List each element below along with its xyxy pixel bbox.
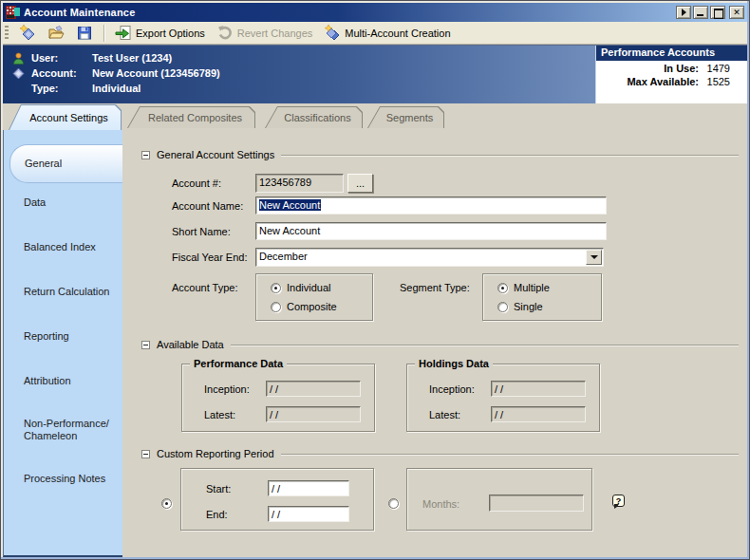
available-data-section-header: Available Data	[141, 339, 739, 350]
segment-type-single-option[interactable]: Single	[497, 301, 543, 312]
start-date-input[interactable]: / /	[268, 480, 349, 496]
account-name-label: Account Name:	[172, 200, 253, 212]
max-available-label: Max Available:	[627, 76, 699, 87]
holdings-data-group: Holdings Data Inception: / / Latest: / /	[406, 364, 600, 432]
new-account-button[interactable]	[14, 22, 41, 44]
minimize-button[interactable]	[693, 6, 708, 19]
sidebar-item-return-calculation[interactable]: Return Calculation	[4, 278, 122, 305]
export-icon	[115, 25, 132, 41]
account-number-label: Account #:	[172, 177, 253, 189]
revert-changes-label: Revert Changes	[237, 28, 313, 39]
end-date-input[interactable]: / /	[268, 506, 349, 522]
holdings-latest-label: Latest:	[429, 409, 460, 420]
multi-account-creation-label: Multi-Account Creation	[345, 28, 450, 39]
months-radio[interactable]	[388, 498, 399, 509]
perf-latest-field: / /	[266, 406, 361, 422]
user-value: Test User (1234)	[92, 52, 172, 64]
fiscal-year-end-dropdown[interactable]: December	[255, 248, 604, 267]
type-label: Type:	[31, 83, 92, 94]
account-label: Account:	[31, 67, 92, 79]
sidebar-item-non-performance-chameleon[interactable]: Non-Performance/ Chameleon	[4, 410, 122, 450]
fiscal-year-end-label: Fiscal Year End:	[172, 252, 253, 263]
save-button[interactable]	[71, 22, 98, 44]
revert-changes-button[interactable]: Revert Changes	[212, 22, 318, 44]
short-name-input[interactable]: New Account	[255, 222, 607, 240]
months-label: Months:	[422, 498, 459, 510]
close-button[interactable]: ✕	[729, 6, 744, 19]
sidebar-item-attribution[interactable]: Attribution	[4, 367, 122, 394]
performance-accounts-title: Performance Accounts	[596, 46, 747, 61]
account-name-input[interactable]: New Account	[255, 196, 607, 215]
segment-type-group: Multiple Single	[482, 273, 602, 321]
tab-classifications[interactable]: Classifications	[265, 106, 363, 128]
individual-radio[interactable]	[271, 283, 281, 293]
max-available-value: 1525	[705, 76, 730, 87]
section-divider	[231, 345, 739, 346]
multiple-radio[interactable]	[497, 283, 508, 293]
sidebar-item-data[interactable]: Data	[4, 189, 122, 215]
composite-radio[interactable]	[271, 302, 281, 312]
export-options-label: Export Options	[136, 28, 205, 39]
sidebar-item-general[interactable]: General	[9, 144, 122, 183]
holdings-latest-field: / /	[491, 406, 586, 422]
end-label: End:	[206, 509, 228, 520]
sidebar: General Data Balanced Index Return Calcu…	[3, 130, 122, 557]
account-type-group: Individual Composite	[255, 273, 373, 321]
perf-latest-label: Latest:	[204, 409, 235, 420]
months-group: Months:	[406, 468, 592, 531]
sidebar-item-reporting[interactable]: Reporting	[4, 323, 122, 349]
segment-type-label: Segment Type:	[400, 282, 481, 293]
single-label: Single	[514, 301, 543, 312]
open-folder-icon	[47, 25, 65, 41]
in-use-label: In Use:	[664, 63, 699, 74]
tab-related-composites[interactable]: Related Composites	[127, 106, 255, 128]
new-account-icon	[19, 25, 36, 41]
account-maintenance-window: Account Maintenance ✕	[0, 0, 750, 560]
holdings-inception-field: / /	[491, 381, 586, 397]
composite-label: Composite	[287, 301, 337, 312]
holdings-data-title: Holdings Data	[415, 358, 493, 369]
holdings-inception-label: Inception:	[429, 383, 475, 395]
perf-inception-field: / /	[266, 381, 361, 397]
window-menu-button[interactable]	[676, 6, 691, 19]
tab-strip: Account Settings Related Composites Clas…	[3, 103, 747, 130]
account-number-browse-button[interactable]: ...	[347, 174, 373, 193]
segment-type-multiple-option[interactable]: Multiple	[497, 282, 550, 293]
app-icon	[6, 6, 20, 19]
collapse-available-data-icon[interactable]	[141, 341, 150, 349]
collapse-custom-reporting-icon[interactable]	[141, 450, 150, 458]
dropdown-arrow-icon[interactable]	[586, 250, 602, 265]
tab-account-settings[interactable]: Account Settings	[9, 104, 122, 130]
toolbar-separator	[103, 25, 104, 42]
max-available-row: Max Available: 1525	[596, 74, 747, 87]
toolbar-grip[interactable]	[5, 26, 9, 41]
single-radio[interactable]	[497, 302, 508, 312]
account-row: Account: New Account (123456789)	[12, 65, 595, 81]
section-divider	[281, 454, 739, 456]
in-use-row: In Use: 1479	[596, 61, 747, 74]
tab-segments[interactable]: Segments	[367, 106, 444, 128]
custom-reporting-section-title: Custom Reporting Period	[157, 448, 274, 459]
help-icon[interactable]: ?	[612, 495, 625, 507]
general-section-header: General Account Settings	[141, 149, 739, 160]
account-type-individual-option[interactable]: Individual	[271, 282, 330, 293]
multi-account-creation-button[interactable]: Multi-Account Creation	[319, 22, 455, 44]
fiscal-year-end-value: December	[259, 251, 308, 262]
export-options-button[interactable]: Export Options	[110, 22, 210, 44]
section-divider	[281, 155, 739, 157]
performance-accounts-panel: Performance Accounts In Use: 1479 Max Av…	[595, 46, 747, 103]
window-title: Account Maintenance	[24, 7, 672, 18]
individual-label: Individual	[287, 282, 330, 293]
collapse-general-icon[interactable]	[141, 151, 150, 159]
sidebar-item-balanced-index[interactable]: Balanced Index	[4, 233, 122, 260]
maximize-button[interactable]	[710, 6, 725, 19]
toolbar: Export Options Revert Changes Multi-Acco…	[3, 22, 747, 45]
general-section-title: General Account Settings	[157, 149, 274, 160]
multiple-label: Multiple	[514, 282, 550, 293]
account-settings-page: General Account Settings Account #: 1234…	[122, 130, 747, 557]
sidebar-item-processing-notes[interactable]: Processing Notes	[4, 465, 122, 492]
account-icon	[12, 67, 25, 80]
date-range-radio[interactable]	[161, 498, 172, 509]
account-type-composite-option[interactable]: Composite	[271, 301, 337, 312]
open-button[interactable]	[43, 22, 69, 44]
